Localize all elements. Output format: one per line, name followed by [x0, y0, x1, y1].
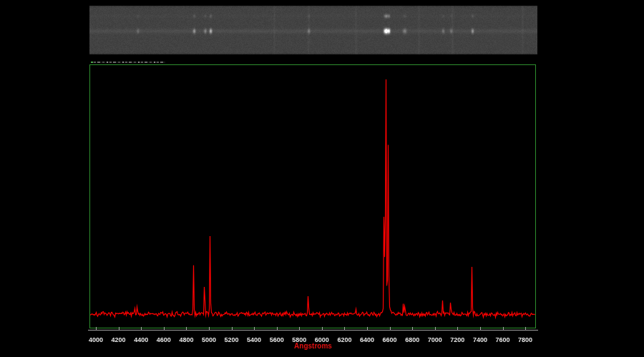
spectrum-plot-frame: [89, 64, 536, 328]
x-tick: [164, 327, 165, 330]
x-tick: [186, 327, 187, 330]
x-tick: [435, 327, 436, 330]
x-tick: [119, 327, 119, 330]
x-tick: [344, 327, 345, 330]
x-tick: [457, 327, 458, 330]
green-pixel-artifact: [91, 62, 93, 63]
spectroscopy-app-window: 4000420044004600480050005200540056005800…: [0, 0, 644, 357]
x-axis: 4000420044004600480050005200540056005800…: [88, 326, 538, 334]
x-tick: [209, 327, 210, 330]
x-tick: [277, 327, 278, 330]
x-tick: [412, 327, 413, 330]
x-tick: [254, 327, 255, 330]
x-tick: [232, 327, 233, 330]
x-tick: [96, 327, 97, 330]
x-tick: [367, 327, 368, 330]
x-tick: [141, 327, 142, 330]
x-tick: [503, 327, 504, 330]
x-axis-line: [88, 330, 538, 331]
x-tick: [525, 327, 526, 330]
spectrum-1d-trace: [90, 65, 535, 328]
x-tick: [322, 327, 323, 330]
x-tick: [299, 327, 300, 330]
x-tick: [390, 327, 391, 330]
spectrum-2d-strip-image: [89, 6, 537, 54]
x-axis-label: Angstroms: [88, 342, 538, 350]
pixel-artifact-row: [91, 62, 165, 63]
x-tick: [480, 327, 481, 330]
